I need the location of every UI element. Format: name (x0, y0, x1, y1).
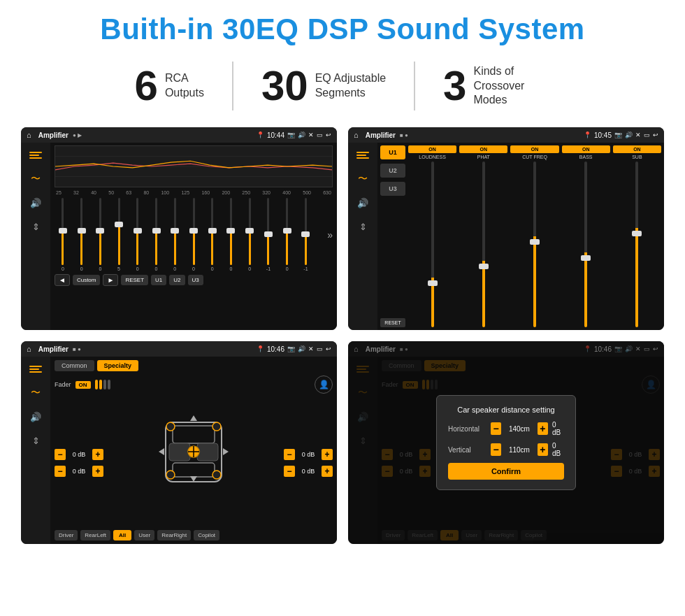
sp-copilot-btn[interactable]: Copilot (194, 530, 219, 540)
crossover-back-icon[interactable]: ↩ (653, 131, 658, 138)
speaker-speaker-icon[interactable]: 🔊 (26, 410, 45, 424)
sp-left-bot-minus[interactable]: − (55, 466, 66, 477)
eq-slider-4[interactable]: 5 (110, 198, 127, 271)
sub-label: SUB (632, 155, 642, 160)
sp-driver-btn[interactable]: Driver (55, 530, 78, 540)
crossover-u2-btn[interactable]: U2 (380, 164, 405, 178)
eq-slider-9[interactable]: 0 (204, 198, 221, 271)
eq-expand-btn[interactable]: » (316, 198, 333, 271)
phat-slider[interactable] (459, 162, 507, 327)
sub-slider[interactable] (613, 162, 661, 327)
eq-prev-btn[interactable]: ◄ (55, 274, 70, 286)
sp-rearright-btn[interactable]: RearRight (157, 530, 191, 540)
speaker-status-right: 📍 10:46 📷 🔊 ✕ ▭ ↩ (257, 345, 331, 353)
sp-left-bot-plus[interactable]: + (92, 466, 103, 477)
eq-sliders-row: 0 0 0 5 (55, 198, 333, 271)
svg-rect-4 (173, 426, 215, 443)
sp-right-bot-minus[interactable]: − (284, 466, 295, 477)
dialog-horizontal-minus[interactable]: − (491, 422, 501, 435)
eq-slider-3[interactable]: 0 (92, 198, 108, 271)
bass-slider[interactable] (562, 162, 610, 327)
eq-u3-btn[interactable]: U3 (188, 275, 203, 285)
sp-user-btn[interactable]: User (134, 530, 154, 540)
confirm-button[interactable]: Confirm (448, 463, 564, 480)
eq-next-btn[interactable]: ► (103, 274, 118, 286)
sp-right-bot-value: 0 dB (298, 468, 319, 475)
speaker-wave-icon[interactable]: 〜 (26, 386, 45, 400)
eq-u2-btn[interactable]: U2 (169, 275, 185, 285)
crossover-u1-btn[interactable]: U1 (380, 145, 405, 159)
crossover-status-dots: ■ ● (400, 132, 408, 138)
eq-status-bar: ⌂ Amplifier ● ▶ 📍 10:44 📷 🔊 ✕ ▭ ↩ (21, 127, 337, 143)
bass-on-btn[interactable]: ON (562, 145, 610, 153)
sp-right-top-plus[interactable]: + (322, 449, 333, 460)
back-icon[interactable]: ↩ (326, 131, 331, 138)
sp-left-top-minus[interactable]: − (55, 449, 66, 460)
speaker-back-icon[interactable]: ↩ (326, 345, 331, 352)
crossover-u3-btn[interactable]: U3 (380, 182, 405, 196)
crossover-speaker-icon[interactable]: 🔊 (353, 196, 373, 210)
eq-slider-13[interactable]: 0 (279, 198, 296, 271)
eq-slider-2[interactable]: 0 (73, 198, 90, 271)
dialog-horizontal-plus[interactable]: + (538, 422, 548, 435)
cutfreq-label: CUT FREQ (522, 155, 547, 160)
eq-slider-14[interactable]: -1 (298, 198, 315, 271)
crossover-channels: ON LOUDNESS ON PHAT (408, 145, 661, 327)
dialog-vertical-minus[interactable]: − (491, 443, 501, 456)
svg-point-11 (212, 471, 221, 479)
sp-right-bot-plus[interactable]: + (322, 466, 333, 477)
eq-slider-10[interactable]: 0 (223, 198, 240, 271)
eq-slider-6[interactable]: 0 (148, 198, 165, 271)
tab-specialty[interactable]: Specialty (97, 360, 139, 371)
speaker-battery-icon: ▭ (317, 345, 323, 352)
fader-on-btn[interactable]: ON (75, 381, 91, 389)
eq-wave-icon[interactable]: 〜 (26, 172, 45, 186)
eq-slider-7[interactable]: 0 (166, 198, 183, 271)
page-wrapper: Buith-in 30EQ DSP Sound System 6 RCA Out… (0, 0, 685, 558)
speaker-wifi-icon: ✕ (308, 345, 314, 352)
crossover-reset-btn[interactable]: RESET (380, 318, 405, 327)
loudness-slider[interactable] (408, 162, 456, 327)
dialog-vertical-plus[interactable]: + (538, 443, 548, 456)
sp-left-top-plus[interactable]: + (92, 449, 103, 460)
fader-profile-icon[interactable]: 👤 (315, 375, 333, 394)
speaker-arrows-icon[interactable]: ⇕ (26, 434, 45, 447)
sp-rearleft-btn[interactable]: RearLeft (80, 530, 110, 540)
sp-all-btn[interactable]: All (113, 530, 131, 540)
eq-arrows-icon[interactable]: ⇕ (26, 220, 45, 234)
cutfreq-slider[interactable] (510, 162, 558, 327)
speaker-screen: ⌂ Amplifier ■ ● 📍 10:46 📷 🔊 ✕ ▭ ↩ (21, 341, 337, 544)
eq-slider-5[interactable]: 0 (129, 198, 146, 271)
stats-row: 6 RCA Outputs 30 EQ Adjustable Segments … (21, 62, 664, 110)
dialog-box: Car speaker distance setting Horizontal … (436, 395, 576, 490)
crossover-wave-icon[interactable]: 〜 (353, 172, 373, 186)
eq-slider-8[interactable]: 0 (185, 198, 202, 271)
speaker-right-controls: − 0 dB + − 0 dB + (284, 398, 333, 527)
eq-reset-btn[interactable]: RESET (121, 275, 148, 285)
stat-rca: 6 RCA Outputs (107, 65, 232, 107)
loudness-on-btn[interactable]: ON (408, 145, 456, 153)
eq-slider-11[interactable]: 0 (241, 198, 258, 271)
home-icon[interactable]: ⌂ (27, 131, 31, 139)
crossover-filter-icon[interactable] (353, 148, 373, 162)
eq-u1-btn[interactable]: U1 (151, 275, 166, 285)
cutfreq-on-btn[interactable]: ON (510, 145, 558, 153)
fader-bar-2 (99, 380, 102, 389)
speaker-filter-icon[interactable] (26, 362, 45, 376)
eq-custom-label: Custom (73, 275, 101, 285)
eq-speaker-icon[interactable]: 🔊 (26, 196, 45, 210)
dialog-db2-value: 0 dB (552, 442, 564, 457)
sub-on-btn[interactable]: ON (613, 145, 661, 153)
phat-on-btn[interactable]: ON (459, 145, 507, 153)
speaker-sidebar: 〜 🔊 ⇕ (21, 357, 50, 544)
speaker-left-controls: − 0 dB + − 0 dB + (55, 398, 103, 527)
eq-filter-icon[interactable] (26, 148, 45, 162)
eq-slider-1[interactable]: 0 (55, 198, 71, 271)
tab-common[interactable]: Common (55, 360, 94, 371)
crossover-home-icon[interactable]: ⌂ (354, 131, 359, 139)
eq-slider-12[interactable]: -1 (260, 198, 277, 271)
speaker-home-icon[interactable]: ⌂ (27, 345, 31, 353)
crossover-arrows-icon[interactable]: ⇕ (353, 220, 373, 234)
sp-right-top-minus[interactable]: − (284, 449, 295, 460)
dialog-horizontal-label: Horizontal (448, 425, 486, 433)
